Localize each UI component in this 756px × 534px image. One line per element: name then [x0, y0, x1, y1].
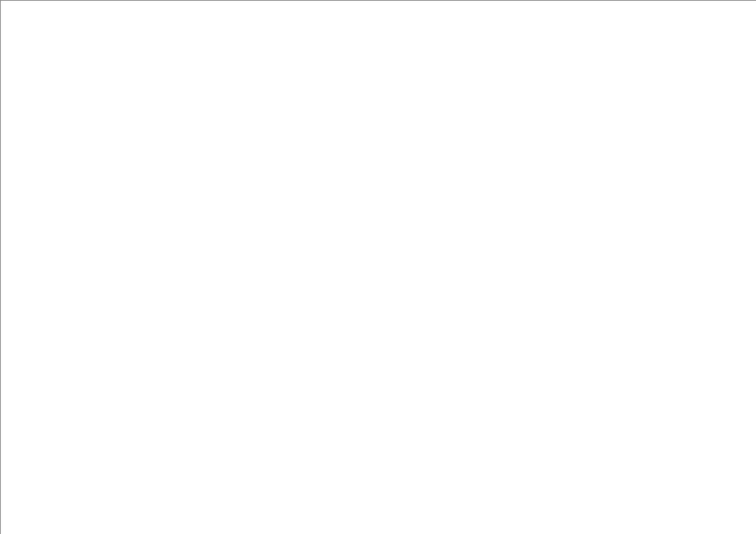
aac-grid: [0, 0, 756, 534]
